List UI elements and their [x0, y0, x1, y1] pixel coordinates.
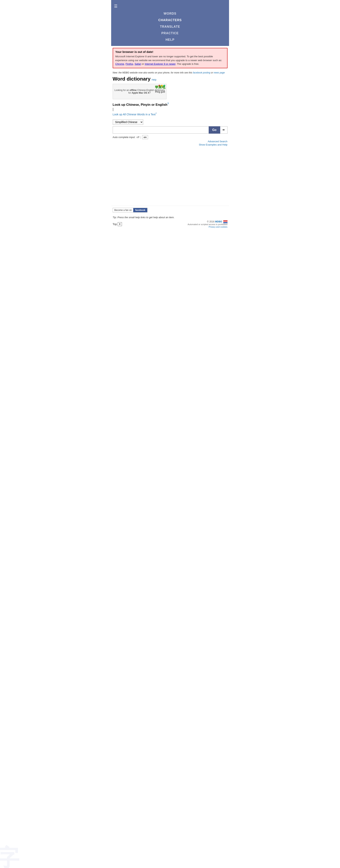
advanced-search-link[interactable]: Advanced Search	[113, 140, 228, 143]
nav-item-translate[interactable]: TRANSLATE	[111, 24, 229, 30]
lookup-question-sup: ?	[167, 102, 169, 105]
header: ☰ WORDS CHARACTERS TRANSLATE PRACTICE HE…	[111, 0, 229, 46]
footer-row: Top ⬆ © 2016 MDBG Automated or scripted …	[111, 219, 229, 229]
safari-link[interactable]: Safari	[135, 62, 141, 65]
new-notice: New: the MDBG website now also works on …	[111, 70, 229, 74]
handwriting-button[interactable]: ✒	[220, 126, 228, 134]
simplified-chinese-select[interactable]: Simplified Chinese Traditional Chinese	[113, 119, 143, 125]
netherlands-flag	[223, 220, 228, 223]
copyright-line: © 2016 MDBG	[188, 220, 227, 223]
lookup-label: Look up Chinese, Pinyin or English?	[113, 102, 228, 107]
top-label: Top	[113, 223, 117, 226]
handwriting-icon: ✒	[222, 128, 225, 132]
autocomplete-on-indicator[interactable]: on	[142, 135, 148, 139]
privacy-link[interactable]: Privacy and cookies	[209, 226, 228, 228]
lookup-all-text: Look up All Chinese Words in a Text	[113, 113, 156, 116]
copyright-block: © 2016 MDBG Automated or scripted access…	[188, 220, 227, 228]
section-title: Word dictionary	[113, 76, 150, 82]
new-notice-prefix: New: the MDBG website now also works on …	[113, 71, 193, 74]
chrome-link[interactable]: Chrome	[115, 62, 124, 65]
search-input-row: Go ✒	[113, 126, 228, 134]
hamburger-icon[interactable]: ☰	[111, 2, 229, 10]
search-area: Simplified Chinese Traditional Chinese G…	[113, 119, 228, 146]
autocomplete-left: Auto complete input: off | on	[113, 135, 148, 139]
section-help-link[interactable]: Help	[152, 79, 157, 81]
automated-text: Automated or scripted access is prohibit…	[188, 223, 227, 225]
nav-menu: WORDS CHARACTERS TRANSLATE PRACTICE HELP	[111, 10, 229, 43]
autocomplete-separator: |	[140, 136, 141, 138]
search-input[interactable]	[113, 126, 209, 134]
nav-link-help[interactable]: HELP	[166, 38, 174, 41]
dict-text-suffix: ?	[149, 92, 151, 94]
top-link[interactable]: Top ⬆	[113, 222, 122, 226]
nav-item-practice[interactable]: PRACTICE	[111, 30, 229, 36]
links-right: Advanced Search Show Examples and Help	[113, 140, 228, 146]
go-button[interactable]: Go	[209, 126, 220, 134]
warning-or: or	[141, 62, 145, 65]
facebook-posting-link[interactable]: facebook posting	[193, 71, 210, 74]
nav-item-help[interactable]: HELP	[111, 36, 229, 43]
facebook-label: facebook	[133, 208, 147, 212]
browser-warning-title: Your browser is out of date!	[115, 50, 225, 54]
nav-link-characters[interactable]: CHARACTERS	[158, 19, 182, 22]
tip-text: Tip: Press the small help links to get h…	[111, 214, 229, 219]
warning-text-prefix: Microsoft Internet Explorer 8 and lower …	[115, 55, 222, 62]
warning-suffix: . The upgrade is free.	[175, 62, 199, 65]
autocomplete-row: Auto complete input: off | on	[113, 135, 228, 139]
nav-item-words[interactable]: WORDS	[111, 10, 229, 17]
browser-warning-box: Your browser is out of date! Microsoft I…	[113, 48, 228, 68]
nav-item-characters[interactable]: CHARACTERS	[111, 17, 229, 24]
dict-offline: offline	[130, 89, 136, 92]
dict-image-text: Looking for an offline Chinese-English d…	[114, 89, 165, 94]
show-examples-link[interactable]: Show Examples and Help	[113, 143, 228, 146]
dict-text-prefix: Looking for an	[114, 89, 130, 92]
main-content: Word dictionaryHelp Looking for an offli…	[111, 74, 229, 148]
facebook-fan-button[interactable]: Become a fan on facebook	[113, 208, 147, 212]
lookup-all-link[interactable]: Look up All Chinese Words in a Text?	[113, 113, 157, 116]
facebook-section: Become a fan on facebook	[111, 206, 229, 214]
autocomplete-off-link[interactable]: off	[136, 136, 139, 138]
section-title-row: Word dictionaryHelp	[113, 76, 228, 82]
dict-apple: Apple Mac OS X	[132, 92, 149, 94]
nav-link-words[interactable]: WORDS	[164, 12, 176, 15]
autocomplete-label: Auto complete input:	[113, 136, 136, 138]
firefox-link[interactable]: Firefox	[126, 62, 133, 65]
dict-image-box[interactable]: Looking for an offline Chinese-English d…	[113, 84, 166, 99]
become-fan-text: Become a fan on	[113, 208, 133, 212]
ie9-link[interactable]: Internet Explorer 9 or newer	[145, 62, 175, 65]
nav-link-practice[interactable]: PRACTICE	[162, 32, 179, 35]
copyright-text: © 2016	[207, 220, 215, 223]
mdbg-link[interactable]: MDBG	[215, 220, 222, 223]
new-notice-middle: or	[210, 71, 213, 74]
lookup-label-text: Look up Chinese, Pinyin or English	[113, 103, 167, 106]
content-spacer	[111, 148, 229, 206]
lookup-all-sup: ?	[156, 113, 157, 115]
browser-warning-text: Microsoft Internet Explorer 8 and lower …	[115, 55, 225, 66]
cursor-line: |	[113, 107, 228, 111]
top-arrow-icon: ⬆	[118, 222, 122, 226]
nav-link-translate[interactable]: TRANSLATE	[160, 25, 180, 28]
news-page-link[interactable]: news page	[214, 71, 225, 74]
simplified-select-row: Simplified Chinese Traditional Chinese	[113, 119, 228, 125]
